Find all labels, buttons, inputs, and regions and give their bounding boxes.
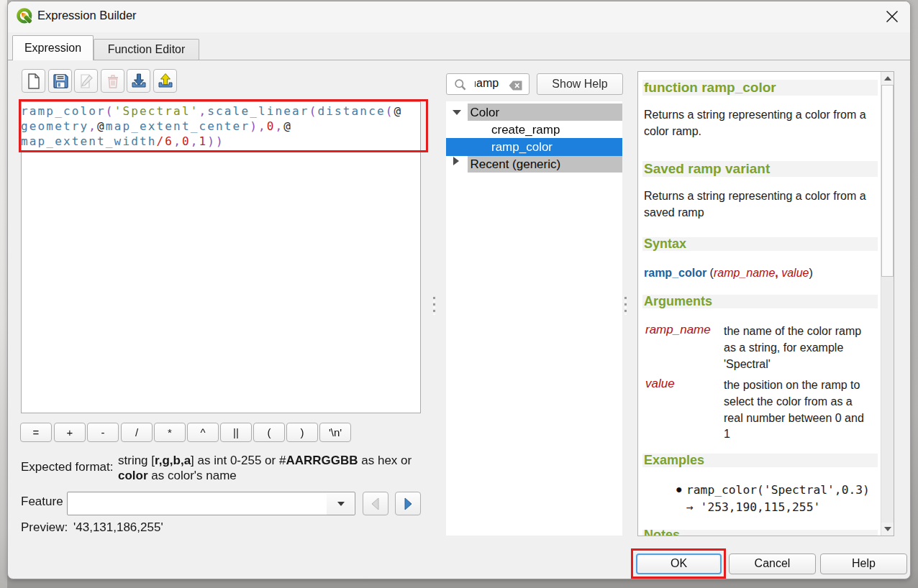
expected-format-line-1: string [r,g,b,a] as int 0-255 or #AARRGG… [118, 453, 427, 468]
expression-annotation-rectangle [19, 99, 428, 152]
right-splitter-handle[interactable] [624, 297, 627, 317]
op-newline-button[interactable]: '\n' [319, 423, 351, 442]
help-syntax-line: ramp_color (ramp_name, value) [644, 267, 813, 280]
window-title: Expression Builder [37, 9, 137, 22]
qgis-logo-icon [17, 8, 33, 24]
tree-group-color[interactable]: Color [446, 104, 622, 121]
collapsed-triangle-icon[interactable] [453, 157, 459, 165]
next-feature-button[interactable] [395, 492, 421, 515]
help-notes-heading: Notes [642, 530, 878, 536]
save-expression-button[interactable] [48, 69, 72, 93]
tab-expression[interactable]: Expression [12, 35, 94, 60]
preview-value: '43,131,186,255' [73, 520, 163, 535]
argument-row: ramp_name the name of the color ramp as … [645, 323, 872, 372]
op-plus-button[interactable]: + [54, 423, 86, 442]
help-paragraph-2: Returns a string representing a color fr… [644, 188, 876, 221]
save-icon [51, 72, 70, 91]
preview-label: Preview: [21, 520, 68, 535]
clear-search-icon[interactable] [509, 81, 522, 91]
feature-label: Feature [21, 495, 63, 509]
tree-item-create-ramp[interactable]: create_ramp [446, 121, 622, 139]
export-icon [156, 72, 175, 91]
search-input[interactable]: amp [446, 73, 530, 95]
argument-name: value [645, 376, 724, 443]
help-syntax-heading: Syntax [642, 237, 878, 251]
combobox-dropdown-icon [337, 502, 345, 506]
scroll-up-icon [884, 76, 891, 81]
op-divide-button[interactable]: / [121, 423, 153, 442]
feature-combobox[interactable] [67, 492, 355, 515]
expected-format-text: string [r,g,b,a] as int 0-255 or #AARRGG… [118, 453, 427, 484]
expected-format-line-2: color as color's name [118, 468, 427, 483]
splitter-dot [433, 303, 435, 306]
delete-expression-button[interactable] [101, 69, 124, 93]
show-help-button[interactable]: Show Help [537, 73, 623, 95]
help-paragraph-1: Returns a string representing a color fr… [644, 106, 876, 139]
help-variant-title: Saved ramp variant [642, 161, 878, 177]
tab-function-editor[interactable]: Function Editor [94, 39, 199, 60]
next-arrow-icon [401, 497, 415, 511]
op-open-paren-button[interactable]: ( [253, 423, 285, 442]
example-bullet: ● [676, 483, 683, 496]
titlebar: Expression Builder [8, 1, 910, 32]
edit-expression-button[interactable] [74, 69, 98, 93]
splitter-dot [433, 297, 435, 299]
splitter-dot [624, 310, 627, 312]
op-power-button[interactable]: ^ [187, 423, 219, 442]
op-equals-button[interactable]: = [20, 423, 52, 442]
export-expressions-button[interactable] [153, 69, 177, 93]
tab-divider [8, 60, 910, 60]
help-examples-heading: Examples [642, 454, 878, 467]
help-arguments-heading: Arguments [642, 295, 878, 308]
argument-description: the position on the ramp to select the c… [724, 377, 872, 443]
expanded-triangle-icon[interactable] [453, 110, 461, 115]
ok-annotation-rectangle [631, 548, 726, 579]
tree-group-recent[interactable]: Recent (generic) [446, 156, 622, 173]
trash-icon [104, 72, 122, 91]
help-panel: function ramp_color Returns a string rep… [637, 71, 894, 536]
scroll-down-button[interactable] [881, 523, 894, 536]
scrollbar-thumb[interactable] [881, 85, 894, 277]
help-button[interactable]: Help [820, 553, 907, 574]
op-concat-button[interactable]: || [220, 423, 252, 442]
splitter-dot [433, 310, 435, 312]
help-title: function ramp_color [642, 80, 878, 96]
splitter-dot [624, 297, 627, 299]
op-minus-button[interactable]: - [87, 423, 119, 442]
left-splitter-handle[interactable] [433, 297, 435, 317]
search-icon [455, 79, 467, 91]
cancel-button[interactable]: Cancel [729, 553, 816, 574]
op-close-paren-button[interactable]: ) [286, 423, 318, 442]
edit-icon [77, 72, 96, 91]
search-value: amp [476, 77, 499, 90]
argument-description: the name of the color ramp as a string, … [724, 323, 872, 372]
new-expression-button[interactable] [22, 69, 45, 93]
argument-name: ramp_name [645, 322, 724, 372]
expected-format-label: Expected format: [21, 460, 114, 474]
tree-item-ramp-color[interactable]: ramp_color [446, 138, 622, 156]
example-expression: ramp_color('Spectral',0.3) [686, 483, 870, 497]
splitter-dot [624, 303, 627, 306]
help-scrollbar[interactable] [881, 72, 894, 536]
argument-row: value the position on the ramp to select… [645, 377, 872, 443]
import-expressions-button[interactable] [127, 69, 150, 93]
scroll-up-button[interactable] [881, 72, 894, 85]
previous-arrow-icon [368, 497, 383, 511]
new-file-icon [24, 72, 43, 91]
import-icon [129, 72, 148, 91]
scroll-down-icon [884, 527, 891, 531]
expression-builder-dialog: Expression Builder Expression Function E… [7, 1, 911, 579]
op-multiply-button[interactable]: * [154, 423, 186, 442]
function-tree: Color create_ramp ramp_color Recent (gen… [446, 101, 622, 536]
close-icon[interactable] [886, 11, 898, 22]
example-result: → '253,190,115,255' [686, 500, 820, 514]
previous-feature-button[interactable] [363, 492, 388, 515]
